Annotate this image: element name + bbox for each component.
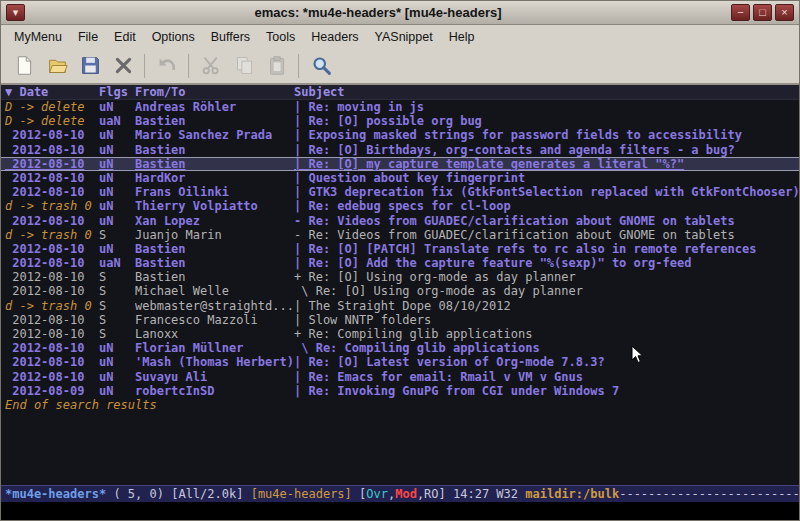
message-subject: \ Re: [O] Using org-mode as day planner xyxy=(294,284,799,298)
message-date: 2012-08-10 xyxy=(5,284,99,298)
open-folder-icon[interactable] xyxy=(42,51,72,80)
message-flags: uN xyxy=(99,341,135,355)
message-date: 2012-08-10 xyxy=(5,327,99,341)
message-from: Suvayu Ali xyxy=(135,370,294,384)
message-row[interactable]: d -> trash 0SJuanjo Marin- Re: Videos fr… xyxy=(1,228,799,242)
message-row[interactable]: 2012-08-10uNSuvayu Ali| Re: Emacs for em… xyxy=(1,370,799,384)
menu-yasnippet[interactable]: YASnippet xyxy=(367,27,441,47)
menu-options[interactable]: Options xyxy=(144,27,203,47)
message-from: Juanjo Marin xyxy=(135,228,294,242)
message-from: Bastien xyxy=(135,242,294,256)
message-row[interactable]: D -> deleteuaNBastien| Re: [O] possible … xyxy=(1,114,799,128)
undo-icon xyxy=(152,51,182,80)
minimize-button[interactable]: − xyxy=(731,4,750,21)
message-row[interactable]: 2012-08-10uNHardKor| Question about key … xyxy=(1,171,799,185)
message-flags: uN xyxy=(99,128,135,142)
message-date: d -> trash 0 xyxy=(5,228,99,242)
save-icon[interactable] xyxy=(75,51,105,80)
mu4e-headers-buffer[interactable]: ▼ DateFlgsFrom/ToSubject D -> deleteuNAn… xyxy=(1,85,799,485)
message-flags: S xyxy=(99,299,135,313)
message-date: 2012-08-10 xyxy=(5,370,99,384)
menu-tools[interactable]: Tools xyxy=(258,27,303,47)
menu-mymenu[interactable]: MyMenu xyxy=(6,27,70,47)
message-row[interactable]: 2012-08-09uNrobertcInSD| Re: Invoking Gn… xyxy=(1,384,799,398)
emacs-window: ▾ emacs: *mu4e-headers* [mu4e-headers] −… xyxy=(0,0,800,521)
window-title: emacs: *mu4e-headers* [mu4e-headers] xyxy=(28,5,728,20)
menu-file[interactable]: File xyxy=(70,27,106,47)
message-flags: uN xyxy=(99,355,135,369)
message-row[interactable]: 2012-08-10uNFlorian Müllner \ Re: Compil… xyxy=(1,341,799,355)
message-from: Bastien xyxy=(135,256,294,270)
message-subject: | Re: [O] Birthdays, org-contacts and ag… xyxy=(294,143,799,157)
message-row[interactable]: 2012-08-10SLanoxx+ Re: Compiling glib ap… xyxy=(1,327,799,341)
message-subject: | Re: [O] Latest version of Org-mode 7.8… xyxy=(294,355,799,369)
message-date: 2012-08-10 xyxy=(5,214,99,228)
message-row[interactable]: 2012-08-10uNMario Sanchez Prada| Exposin… xyxy=(1,128,799,142)
message-subject: | Slow NNTP folders xyxy=(294,313,799,327)
message-from: robertcInSD xyxy=(135,384,294,398)
menu-buffers[interactable]: Buffers xyxy=(203,27,258,47)
copy-icon xyxy=(229,51,259,80)
message-from: Bastien xyxy=(135,270,294,284)
message-row[interactable]: 2012-08-10SFrancesco Mazzoli| Slow NNTP … xyxy=(1,313,799,327)
message-subject: | Re: [O] Add the capture feature "%(sex… xyxy=(294,256,799,270)
message-flags: uN xyxy=(99,185,135,199)
column-date[interactable]: ▼ Date xyxy=(5,85,99,99)
window-menu-icon[interactable]: ▾ xyxy=(6,4,25,21)
maximize-button[interactable]: □ xyxy=(753,4,772,21)
column-flags[interactable]: Flgs xyxy=(99,85,135,99)
menu-help[interactable]: Help xyxy=(441,27,483,47)
titlebar[interactable]: ▾ emacs: *mu4e-headers* [mu4e-headers] −… xyxy=(1,1,799,25)
message-row[interactable]: D -> deleteuNAndreas Röhler| Re: moving … xyxy=(1,100,799,114)
message-date: 2012-08-10 xyxy=(5,128,99,142)
message-from: Bastien xyxy=(135,114,294,128)
message-row[interactable]: d -> trash 0uNThierry Volpiatto| Re: ede… xyxy=(1,199,799,213)
message-row[interactable]: 2012-08-10uN'Mash (Thomas Herbert)| Re: … xyxy=(1,355,799,369)
message-subject: - Re: Videos from GUADEC/clarification a… xyxy=(294,228,799,242)
message-from: Thierry Volpiatto xyxy=(135,199,294,213)
message-from: Florian Müllner xyxy=(135,341,294,355)
message-subject: | Re: [O] [PATCH] Translate refs to rc a… xyxy=(294,242,799,256)
message-row[interactable]: 2012-08-10uNBastien| Re: [O] Birthdays, … xyxy=(1,143,799,157)
message-row[interactable]: 2012-08-10uaNBastien| Re: [O] Add the ca… xyxy=(1,256,799,270)
message-row[interactable]: 2012-08-10SBastien+ Re: [O] Using org-mo… xyxy=(1,270,799,284)
echo-area-minibuffer[interactable] xyxy=(1,502,799,520)
message-row[interactable]: 2012-08-10uNBastien| Re: [O] my capture … xyxy=(1,157,799,171)
menu-edit[interactable]: Edit xyxy=(106,27,144,47)
message-from: Michael Welle xyxy=(135,284,294,298)
message-flags: S xyxy=(99,228,135,242)
message-date: 2012-08-10 xyxy=(5,143,99,157)
message-row[interactable]: 2012-08-10uNFrans Oilinki| GTK3 deprecat… xyxy=(1,185,799,199)
menu-headers[interactable]: Headers xyxy=(303,27,366,47)
message-subject: + Re: Compiling glib applications xyxy=(294,327,799,341)
message-flags: uN xyxy=(99,242,135,256)
message-subject: | Re: [O] possible org bug xyxy=(294,114,799,128)
message-row[interactable]: 2012-08-10SMichael Welle \ Re: [O] Using… xyxy=(1,284,799,298)
close-icon[interactable] xyxy=(108,51,138,80)
message-from: Lanoxx xyxy=(135,327,294,341)
message-subject: | Exposing masked strings for password f… xyxy=(294,128,799,142)
column-from[interactable]: From/To xyxy=(135,85,294,99)
message-date: 2012-08-10 xyxy=(5,185,99,199)
new-file-icon[interactable] xyxy=(9,51,39,80)
message-from: Bastien xyxy=(135,143,294,157)
toolbar-separator xyxy=(298,54,300,78)
message-from: Francesco Mazzoli xyxy=(135,313,294,327)
message-row[interactable]: 2012-08-10uNXan Lopez- Re: Videos from G… xyxy=(1,214,799,228)
toolbar-separator xyxy=(188,54,190,78)
close-button[interactable]: × xyxy=(775,4,794,21)
column-subject[interactable]: Subject xyxy=(294,85,799,99)
toolbar xyxy=(1,48,799,85)
search-icon[interactable] xyxy=(306,51,336,80)
message-flags: uaN xyxy=(99,256,135,270)
message-subject: | GTK3 deprecation fix (GtkFontSelection… xyxy=(294,185,799,199)
message-flags: S xyxy=(99,270,135,284)
message-row[interactable]: 2012-08-10uNBastien| Re: [O] [PATCH] Tra… xyxy=(1,242,799,256)
message-flags: uN xyxy=(99,157,135,171)
header-line[interactable]: ▼ DateFlgsFrom/ToSubject xyxy=(1,85,799,100)
message-list: D -> deleteuNAndreas Röhler| Re: moving … xyxy=(1,100,799,398)
modeline-segment-folder: maildir:/bulk xyxy=(525,487,619,501)
message-flags: uN xyxy=(99,370,135,384)
message-row[interactable]: d -> trash 0Swebmaster@straightd...| The… xyxy=(1,299,799,313)
message-subject: | Re: Invoking GnuPG from CGI under Wind… xyxy=(294,384,799,398)
